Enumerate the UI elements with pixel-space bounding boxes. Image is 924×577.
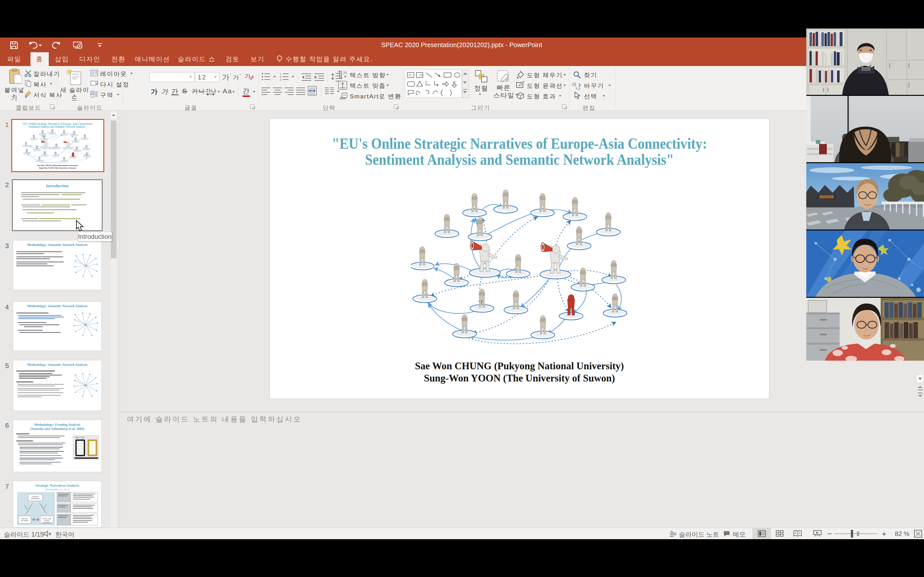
svg-text:가: 가: [408, 73, 412, 77]
svg-text:가나: 가나: [205, 88, 216, 94]
svg-text:3: 3: [280, 78, 281, 81]
svg-text:identify: identify: [24, 504, 28, 510]
svg-text:가: 가: [244, 73, 250, 79]
svg-text:project: project: [42, 504, 47, 509]
svg-text:가: 가: [419, 73, 423, 77]
svg-text:나: 나: [575, 85, 580, 90]
svg-text:가: 가: [342, 71, 347, 75]
